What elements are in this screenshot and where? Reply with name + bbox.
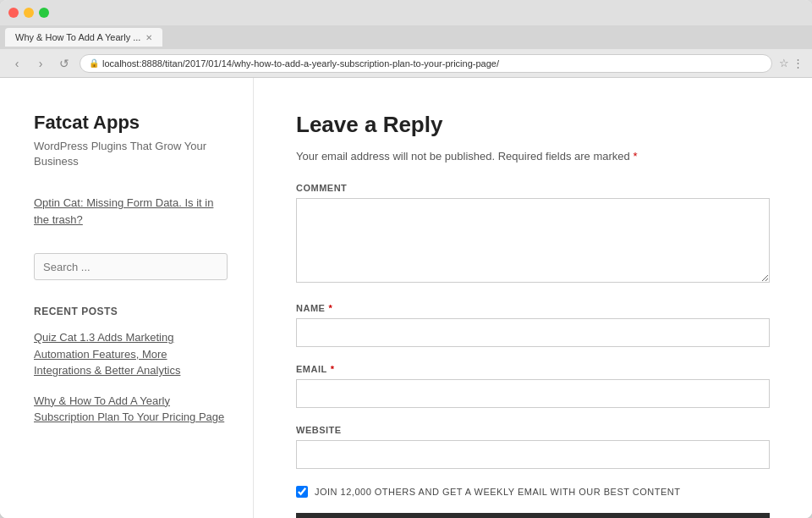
comment-group: COMMENT: [296, 183, 770, 286]
browser-tab[interactable]: Why & How To Add A Yearly ... ✕: [5, 28, 162, 47]
site-tagline: WordPress Plugins That Grow Your Busines…: [34, 139, 228, 169]
site-title: Fatcat Apps: [34, 112, 228, 134]
website-label: WEBSITE: [296, 425, 770, 435]
name-group: NAME *: [296, 303, 770, 347]
website-input[interactable]: [296, 440, 770, 469]
close-button[interactable]: [8, 8, 19, 18]
page-title: Leave a Reply: [296, 112, 770, 138]
search-input[interactable]: [34, 253, 228, 280]
email-group: EMAIL *: [296, 364, 770, 408]
name-required-star: *: [328, 303, 332, 313]
subscribe-checkbox[interactable]: [296, 486, 308, 498]
minimize-button[interactable]: [24, 8, 34, 18]
email-input[interactable]: [296, 379, 770, 408]
website-group: WEBSITE: [296, 425, 770, 469]
subscribe-row: JOIN 12,000 OTHERS AND GET A WEEKLY EMAI…: [296, 486, 770, 498]
address-bar[interactable]: 🔒 localhost:8888/titan/2017/01/14/why-ho…: [80, 54, 772, 73]
url-text: localhost:8888/titan/2017/01/14/why-how-…: [102, 58, 499, 69]
menu-icon[interactable]: ⋮: [793, 57, 804, 69]
tab-bar: Why & How To Add A Yearly ... ✕: [0, 25, 812, 49]
subscribe-label: JOIN 12,000 OTHERS AND GET A WEEKLY EMAI…: [315, 487, 680, 497]
email-label: EMAIL *: [296, 364, 770, 374]
bookmark-icon[interactable]: ☆: [779, 57, 789, 69]
page-content: Fatcat Apps WordPress Plugins That Grow …: [0, 78, 812, 518]
lock-icon: 🔒: [89, 58, 99, 68]
recent-post-2[interactable]: Why & How To Add A Yearly Subscription P…: [34, 393, 228, 426]
maximize-button[interactable]: [39, 8, 49, 18]
email-required-star: *: [331, 364, 335, 374]
main-content: Leave a Reply Your email address will no…: [254, 78, 812, 518]
sidebar: Fatcat Apps WordPress Plugins That Grow …: [0, 78, 254, 518]
back-button[interactable]: ‹: [8, 55, 25, 72]
tab-close-icon[interactable]: ✕: [145, 33, 152, 42]
name-input[interactable]: [296, 318, 770, 347]
browser-window: Why & How To Add A Yearly ... ✕ ‹ › ↺ 🔒 …: [0, 0, 812, 518]
refresh-button[interactable]: ↺: [56, 55, 73, 72]
required-notice: Your email address will not be published…: [296, 150, 770, 163]
tab-title: Why & How To Add A Yearly ...: [15, 32, 140, 42]
nav-bar: ‹ › ↺ 🔒 localhost:8888/titan/2017/01/14/…: [0, 49, 812, 78]
title-bar: [0, 0, 812, 25]
recent-post-1[interactable]: Quiz Cat 1.3 Adds Marketing Automation F…: [34, 329, 228, 379]
recent-posts-title: RECENT POSTS: [34, 306, 228, 317]
name-label: NAME *: [296, 303, 770, 313]
featured-post-link[interactable]: Optin Cat: Missing Form Data. Is it in t…: [34, 195, 228, 228]
post-comment-button[interactable]: POST COMMENT: [296, 513, 770, 518]
browser-nav-icons: ☆ ⋮: [779, 57, 804, 69]
forward-button[interactable]: ›: [32, 55, 49, 72]
required-star: *: [633, 150, 637, 163]
comment-label: COMMENT: [296, 183, 770, 193]
comment-textarea[interactable]: [296, 198, 770, 283]
